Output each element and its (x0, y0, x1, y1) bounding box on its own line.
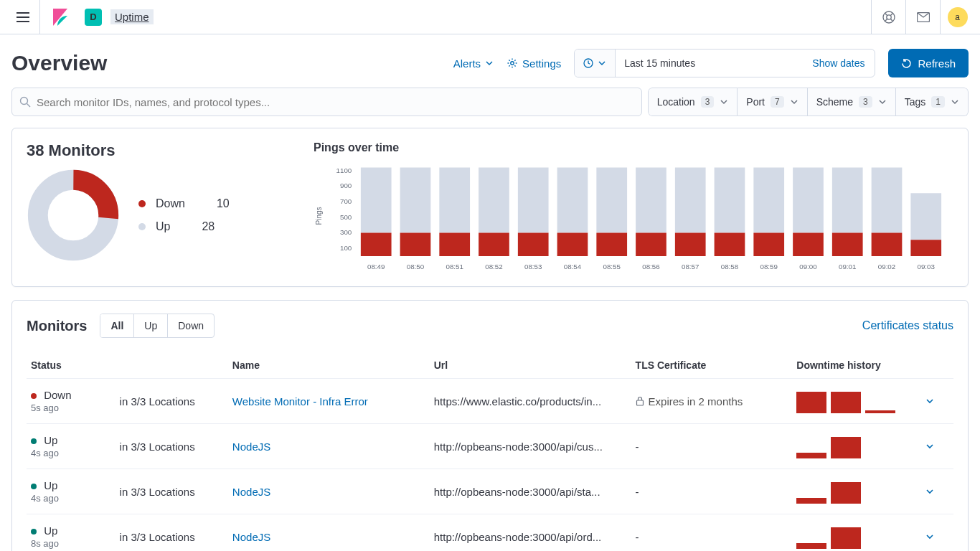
pings-chart-title: Pings over time (314, 141, 953, 154)
status-text: Up (44, 524, 57, 537)
gear-icon (507, 57, 518, 69)
status-ago: 8s ago (31, 538, 111, 549)
svg-rect-22 (439, 233, 470, 257)
filter-label: Location (657, 96, 695, 108)
col-url[interactable]: Url (430, 352, 631, 379)
downtime-bar (796, 392, 826, 413)
svg-point-1 (886, 14, 890, 19)
refresh-button[interactable]: Refresh (888, 49, 969, 77)
svg-rect-19 (400, 233, 431, 257)
monitor-name-link[interactable]: NodeJS (232, 531, 270, 543)
filter-scheme[interactable]: Scheme 3 (808, 88, 896, 116)
newsfeed-button[interactable] (905, 0, 940, 34)
svg-rect-43 (715, 233, 745, 257)
avatar: a (948, 7, 968, 27)
quick-select-button[interactable] (575, 50, 616, 77)
tab-down[interactable]: Down (167, 314, 214, 337)
breadcrumb-uptime[interactable]: Uptime (110, 9, 154, 24)
chevron-down-icon (951, 98, 959, 106)
downtime-history (796, 389, 917, 413)
search-input[interactable] (37, 96, 634, 108)
locations-cell: in 3/3 Locations (116, 379, 228, 424)
svg-text:08:51: 08:51 (446, 263, 463, 270)
status-cell: Up 4s ago (31, 479, 111, 504)
filter-label: Tags (905, 96, 926, 108)
svg-text:300: 300 (340, 229, 352, 237)
svg-text:08:49: 08:49 (367, 263, 385, 270)
monitor-name-link[interactable]: Website Monitor - Infra Error (232, 395, 368, 408)
col-name[interactable]: Name (228, 352, 430, 379)
status-ago: 4s ago (31, 493, 111, 504)
svg-text:08:54: 08:54 (564, 263, 581, 270)
page: Overview Alerts Settings Last 15 minutes… (0, 34, 980, 551)
svg-rect-24 (479, 168, 509, 233)
svg-rect-25 (479, 233, 509, 257)
filter-location[interactable]: Location 3 (648, 88, 738, 116)
downtime-bar (831, 482, 861, 504)
status-text: Up (44, 434, 57, 446)
page-title: Overview (11, 51, 107, 75)
svg-rect-21 (439, 168, 470, 233)
svg-text:08:56: 08:56 (642, 263, 659, 270)
col-status[interactable]: Status (27, 352, 228, 379)
svg-rect-27 (518, 168, 549, 233)
filter-label: Port (746, 96, 765, 108)
refresh-label: Refresh (918, 57, 956, 70)
overview-panel: 38 Monitors Down 10 Up 28 (11, 128, 969, 287)
svg-text:100: 100 (340, 245, 352, 253)
status-text: Up (44, 479, 57, 491)
svg-rect-52 (832, 233, 863, 257)
svg-point-5 (21, 98, 28, 105)
status-cell: Up 8s ago (31, 524, 111, 549)
show-dates-link[interactable]: Show dates (802, 50, 875, 77)
status-summary: 38 Monitors Down 10 Up 28 (27, 141, 292, 273)
tls-cell: Expires in 2 months (636, 395, 788, 408)
expand-row-button[interactable] (925, 487, 949, 496)
legend-down-count: 10 (217, 197, 230, 210)
downtime-bar (831, 527, 861, 549)
search-box[interactable] (11, 88, 642, 116)
app-badge[interactable]: D (85, 9, 102, 26)
svg-text:08:53: 08:53 (524, 263, 542, 270)
filter-row: Location 3 Port 7 Scheme 3 Tags 1 (11, 88, 969, 116)
monitor-name-link[interactable]: NodeJS (232, 441, 270, 453)
alerts-dropdown[interactable]: Alerts (453, 57, 494, 70)
menu-toggle[interactable] (6, 0, 40, 34)
status-dot (31, 484, 37, 489)
svg-rect-55 (872, 233, 903, 257)
status-ago: 4s ago (31, 448, 111, 458)
monitors-count: 38 Monitors (27, 141, 292, 160)
svg-rect-37 (636, 233, 666, 257)
filter-tags[interactable]: Tags 1 (896, 88, 969, 116)
svg-rect-57 (910, 193, 941, 240)
legend-up: Up 28 (138, 220, 230, 233)
expand-row-button[interactable] (925, 442, 949, 451)
chevron-down-icon (720, 98, 728, 106)
time-range-label[interactable]: Last 15 minutes (616, 50, 802, 77)
kibana-logo[interactable] (43, 0, 77, 34)
filter-port[interactable]: Port 7 (738, 88, 807, 116)
monitor-name-link[interactable]: NodeJS (232, 486, 270, 498)
col-history[interactable]: Downtime history (792, 352, 921, 379)
svg-rect-16 (361, 233, 392, 257)
filter-count-badge: 7 (771, 96, 784, 108)
settings-link[interactable]: Settings (507, 57, 561, 70)
certificates-link[interactable]: Certificates status (862, 319, 953, 332)
monitors-tabs: AllUpDown (100, 314, 215, 338)
help-button[interactable] (871, 0, 905, 34)
chevron-down-icon (925, 487, 934, 496)
downtime-history (796, 524, 917, 549)
downtime-bar (865, 410, 895, 413)
user-menu[interactable]: a (940, 0, 974, 34)
expand-row-button[interactable] (925, 397, 949, 405)
locations-cell: in 3/3 Locations (116, 514, 228, 552)
status-cell: Down 5s ago (31, 389, 111, 413)
tab-up[interactable]: Up (133, 314, 167, 337)
table-row: Down 5s ago in 3/3 Locations Website Mon… (27, 379, 953, 424)
svg-rect-51 (832, 168, 863, 233)
tab-all[interactable]: All (100, 314, 133, 337)
expand-row-button[interactable] (925, 532, 949, 541)
topbar-left: D Uptime (6, 0, 154, 34)
col-tls[interactable]: TLS Certificate (631, 352, 793, 379)
search-icon (19, 96, 31, 108)
